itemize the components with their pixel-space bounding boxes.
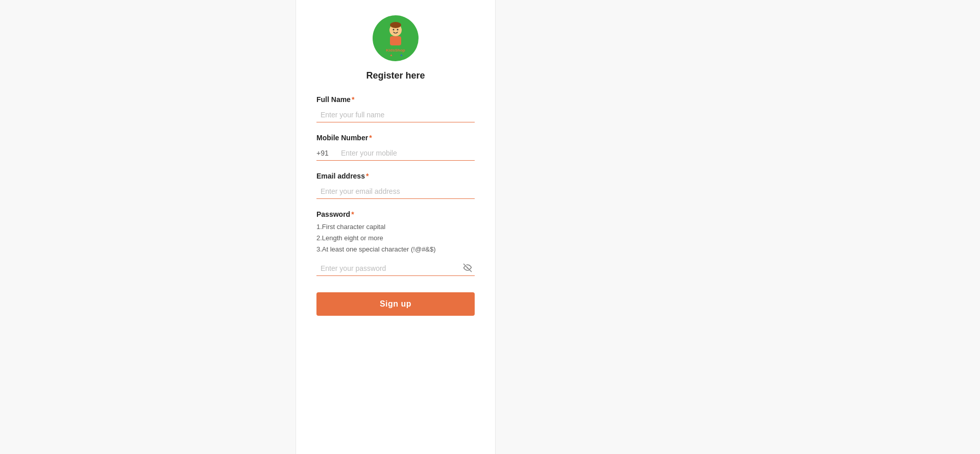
mobile-input[interactable] — [337, 145, 475, 160]
email-label: Email address* — [316, 172, 475, 180]
password-rule-1: 1.First character capital — [316, 221, 475, 233]
svg-text:KidsShop: KidsShop — [386, 48, 405, 53]
country-code: +91 — [316, 145, 337, 160]
svg-text:▲: ▲ — [400, 53, 403, 57]
fullname-group: Full Name* — [316, 95, 475, 122]
password-group: Password* 1.First character capital 2.Le… — [316, 210, 475, 276]
password-rule-2: 2.Length eight or more — [316, 233, 475, 244]
left-panel — [0, 0, 296, 454]
password-input-row — [316, 260, 475, 276]
fullname-label: Full Name* — [316, 95, 475, 104]
svg-rect-5 — [390, 36, 401, 45]
password-label: Password* — [316, 210, 475, 218]
mobile-label: Mobile Number* — [316, 134, 475, 142]
svg-point-2 — [390, 22, 401, 28]
email-required: * — [366, 172, 369, 180]
logo-svg: KidsShop ▲ ▲ — [375, 18, 416, 59]
toggle-password-icon[interactable] — [460, 261, 475, 275]
fullname-required: * — [352, 95, 354, 104]
password-required: * — [351, 210, 354, 218]
form-container: Full Name* Mobile Number* +91 Email addr… — [316, 95, 475, 316]
mobile-row: +91 — [316, 145, 475, 161]
password-rule-3: 3.At least one special character (!@#&$) — [316, 244, 475, 255]
mobile-required: * — [369, 134, 372, 142]
right-panel — [495, 0, 980, 454]
password-rules: 1.First character capital 2.Length eight… — [316, 221, 475, 255]
logo-container: KidsShop ▲ ▲ — [373, 15, 419, 61]
logo-circle: KidsShop ▲ ▲ — [373, 15, 419, 61]
center-panel: KidsShop ▲ ▲ Register here Full Name* — [296, 0, 495, 454]
signup-button[interactable]: Sign up — [316, 292, 475, 316]
svg-point-4 — [397, 29, 399, 31]
email-group: Email address* — [316, 172, 475, 199]
svg-text:▲: ▲ — [389, 53, 393, 57]
fullname-input[interactable] — [316, 107, 475, 122]
password-input[interactable] — [316, 260, 460, 275]
register-title: Register here — [366, 70, 425, 81]
svg-point-3 — [393, 29, 395, 31]
mobile-group: Mobile Number* +91 — [316, 134, 475, 161]
email-input[interactable] — [316, 183, 475, 199]
